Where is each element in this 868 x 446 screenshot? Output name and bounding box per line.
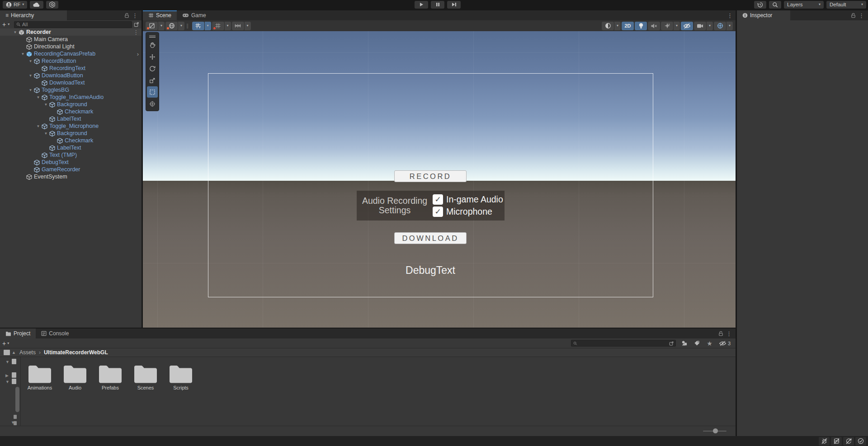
folder-scripts[interactable]: Scripts — [168, 362, 193, 390]
thumbnail-zoom-slider[interactable] — [703, 431, 726, 432]
foldout-arrow[interactable]: ▼ — [11, 420, 15, 425]
hierarchy-item-toggle-microphone[interactable]: ▼Toggle_Microphone — [0, 122, 142, 130]
panel-menu-icon[interactable]: ⋮ — [724, 13, 736, 19]
hierarchy-item-downloadtext[interactable]: DownloadText — [0, 79, 142, 86]
detach-window-icon[interactable] — [669, 341, 674, 346]
hierarchy-item-labeltext[interactable]: LabelText — [0, 115, 142, 122]
lock-icon[interactable] — [718, 331, 723, 336]
tab-scene[interactable]: Scene — [143, 10, 177, 20]
checkbox-icon[interactable]: ✓ — [433, 194, 443, 205]
hierarchy-item-main-camera[interactable]: Main Camera — [0, 36, 142, 43]
detach-window-icon[interactable] — [134, 22, 139, 27]
search-button[interactable] — [769, 1, 781, 9]
step-button[interactable] — [447, 1, 461, 9]
camera-settings-button[interactable] — [694, 22, 706, 30]
cloud-button[interactable] — [30, 1, 43, 9]
project-search-input[interactable] — [579, 341, 668, 346]
hierarchy-item-checkmark[interactable]: Checkmark — [0, 108, 142, 115]
grid-snap-button[interactable] — [192, 22, 204, 30]
panel-menu-icon[interactable]: ⋮ — [723, 331, 735, 337]
toggle-microphone[interactable]: ✓Microphone — [433, 206, 503, 218]
foldout-arrow[interactable]: ▼ — [43, 131, 49, 136]
panel-menu-icon[interactable]: ⋮ — [856, 13, 867, 19]
hierarchy-item-togglesbg[interactable]: ▼TogglesBG — [0, 86, 142, 94]
search-by-type-icon[interactable] — [681, 340, 688, 346]
favorites-star-icon[interactable]: ★ — [707, 340, 712, 347]
scale-tool-button[interactable] — [147, 75, 158, 86]
hierarchy-item-debugtext[interactable]: DebugText — [0, 159, 142, 166]
hierarchy-item-recorder[interactable]: ▼Recorder⋮ — [0, 28, 142, 36]
tree-scrollbar[interactable] — [15, 387, 19, 412]
rotate-tool-button[interactable] — [147, 63, 158, 74]
chevron-down-icon[interactable]: ▾ — [8, 23, 9, 26]
snap-settings-dropdown[interactable]: ▾ — [245, 22, 251, 30]
breadcrumb-current[interactable]: UltimateRecorderWebGL — [44, 349, 108, 356]
camera-settings-dropdown[interactable]: ▾ — [707, 22, 713, 30]
foldout-arrow[interactable]: ▼ — [43, 103, 49, 107]
hierarchy-item-recordingcanvasprefab[interactable]: ▼RecordingCanvasPrefab› — [0, 50, 142, 57]
play-button[interactable] — [415, 1, 428, 9]
hierarchy-item-background[interactable]: ▼Background — [0, 130, 142, 137]
rect-tool-button[interactable] — [147, 86, 158, 98]
foldout-arrow[interactable]: ▼ — [20, 52, 26, 56]
foldout-arrow[interactable]: ▼ — [35, 95, 41, 99]
snap-settings-button[interactable] — [232, 22, 244, 30]
toggle-in-game-audio[interactable]: ✓In-game Audio — [433, 194, 503, 206]
folder-prefabs[interactable]: Prefabs — [98, 362, 123, 390]
folder-audio[interactable]: Audio — [62, 362, 88, 390]
hierarchy-item-checkmark[interactable]: Checkmark — [0, 137, 142, 144]
debugger-detached-button[interactable] — [819, 437, 830, 446]
scene-visibility-globe-dropdown[interactable]: ▾ — [178, 22, 184, 30]
sync-disabled-button[interactable] — [843, 437, 854, 446]
download-button[interactable]: DOWNLOAD — [394, 232, 467, 244]
move-tool-button[interactable] — [147, 51, 158, 62]
scene-viewport[interactable]: RECORD Audio Recording Settings ✓In-game… — [143, 31, 736, 328]
foldout-arrow[interactable]: ▼ — [5, 360, 9, 364]
foldout-arrow[interactable]: ▼ — [35, 124, 41, 128]
audio-mute-button[interactable] — [648, 22, 660, 30]
slider-thumb[interactable] — [713, 428, 718, 433]
hierarchy-search-field[interactable] — [14, 21, 132, 28]
checkbox-icon[interactable]: ✓ — [433, 207, 443, 217]
foldout-arrow[interactable]: ▼ — [28, 74, 33, 78]
hidden-packages-toggle[interactable]: 3 — [719, 341, 731, 346]
hierarchy-item-toggle-ingameaudio[interactable]: ▼Toggle_InGameAudio — [0, 94, 142, 101]
hierarchy-item-background[interactable]: ▼Background — [0, 101, 142, 108]
2d-button[interactable]: 2D — [622, 22, 634, 30]
cache-disabled-button[interactable] — [831, 437, 842, 446]
hand-tool-button[interactable] — [147, 39, 158, 51]
pause-button[interactable] — [431, 1, 444, 9]
folder-scenes[interactable]: Scenes — [133, 362, 158, 390]
plastic-scm-button[interactable] — [46, 1, 58, 9]
transform-tool-button[interactable] — [147, 98, 158, 109]
effects-button[interactable] — [661, 22, 673, 30]
snap-increment-button[interactable] — [212, 22, 224, 30]
shading-mode-dropdown[interactable]: ▾ — [158, 22, 165, 30]
lock-icon[interactable] — [851, 13, 856, 18]
account-button[interactable]: RF ▾ — [3, 1, 27, 9]
hierarchy-item-eventsystem[interactable]: EventSystem — [0, 173, 142, 180]
render-mode-dropdown[interactable]: ▾ — [614, 22, 621, 30]
layout-dropdown[interactable]: Default▾ — [826, 1, 866, 9]
effects-dropdown[interactable]: ▾ — [674, 22, 680, 30]
tab-inspector[interactable]: Inspector — [737, 10, 790, 20]
chevron-down-icon[interactable]: ▾ — [7, 342, 9, 345]
foldout-arrow[interactable]: ▶ — [5, 373, 9, 378]
gizmos-button[interactable] — [714, 22, 726, 30]
search-by-label-icon[interactable] — [694, 340, 700, 346]
hierarchy-item-recordingtext[interactable]: RecordingText — [0, 65, 142, 72]
hidden-objects-button[interactable] — [681, 22, 693, 30]
create-object-button[interactable]: + — [2, 21, 6, 28]
foldout-arrow[interactable]: ▼ — [5, 380, 9, 384]
scroll-up-icon[interactable]: ▲ — [12, 350, 16, 355]
open-prefab-chevron-icon[interactable]: › — [137, 51, 139, 57]
hierarchy-search-input[interactable] — [22, 22, 130, 27]
create-asset-button[interactable]: + — [2, 340, 6, 347]
hierarchy-item-text-tmp-[interactable]: Text (TMP) — [0, 151, 142, 159]
project-search-field[interactable] — [571, 340, 676, 347]
foldout-arrow[interactable]: ▼ — [12, 30, 18, 34]
status-ok-button[interactable] — [855, 437, 866, 446]
hierarchy-item-recordbutton[interactable]: ▼RecordButton — [0, 57, 142, 65]
foldout-arrow[interactable]: ▼ — [28, 59, 33, 63]
light-button[interactable] — [635, 22, 647, 30]
